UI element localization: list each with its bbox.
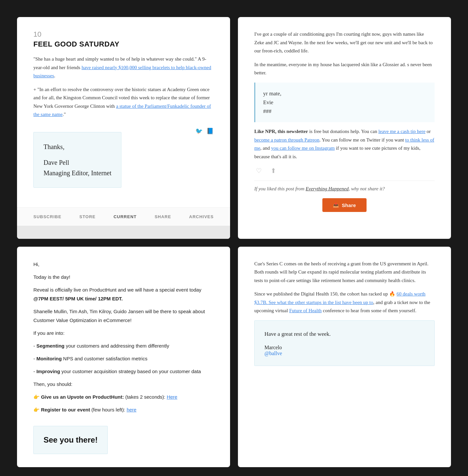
closing-signature: Marcelo @ballve	[264, 345, 424, 356]
share-button-container: 📤 Share	[254, 198, 435, 212]
bullet-3: - Improving your customer acquisition st…	[33, 367, 214, 376]
social-icons: 🐦 📘	[193, 124, 214, 135]
closing-text: Have a great rest of the week.	[264, 330, 424, 338]
facebook-icon[interactable]: 📘	[207, 127, 214, 135]
rb-para-1: Cue's Series C comes on the heels of rec…	[254, 260, 435, 285]
nav-store[interactable]: STORE	[79, 214, 96, 219]
register-link[interactable]: here	[127, 407, 136, 412]
quote-line-1: yr mate,	[263, 89, 427, 98]
share-icon-button[interactable]: ⬆	[269, 166, 278, 175]
share-cta-text: If you liked this post from Everything H…	[254, 186, 435, 192]
article-body-2: In the meantime, everyone in my house ha…	[254, 61, 435, 77]
bullet-2: - Monitoring NPS and customer satisfacti…	[33, 354, 214, 363]
bottom-bar	[17, 226, 230, 239]
top-left-panel: 10 FEEL GOOD SATURDAY "She has a huge he…	[17, 17, 230, 239]
speakers-line: Shanelle Mullin, Tim Ash, Tim Kilroy, Gu…	[33, 307, 214, 325]
nav-subscribe[interactable]: SUBSCRIBE	[33, 214, 62, 219]
issue-title: FEEL GOOD SATURDAY	[33, 40, 214, 48]
tip-link[interactable]: leave me a cash tip here	[378, 129, 425, 134]
signature-name: Dave Pell	[44, 157, 111, 168]
share-button[interactable]: 📤 Share	[322, 198, 367, 212]
quote-line-2: Evie	[263, 98, 427, 107]
closing-box: Have a great rest of the week. Marcelo @…	[254, 320, 435, 366]
reaction-row: ♡ ⬆	[254, 166, 435, 175]
article-paragraph-2: + "In an effort to resolve the controver…	[33, 86, 214, 119]
rb-para-2: Since we published the Digital Health 15…	[254, 290, 435, 315]
instagram-link[interactable]: you can follow me on Instagram	[271, 145, 335, 151]
signature-title: Managing Editor, Internet	[44, 168, 111, 178]
patreon-link[interactable]: become a patron through Patreon	[254, 137, 319, 143]
article-paragraph-1: "She has a huge heart and simply wanted …	[33, 55, 214, 80]
bullet-1: - Segmenting your customers and addressi…	[33, 341, 214, 350]
nav-archives[interactable]: ARCHIVES	[189, 214, 214, 219]
today-line: Today is the day!	[33, 273, 214, 281]
bottom-left-panel: Hi, Today is the day! Reveal is official…	[17, 247, 230, 467]
share-icon: 📤	[333, 202, 339, 208]
then-line: Then, you should:	[33, 380, 214, 389]
issue-number: 10	[33, 30, 214, 39]
everything-happened-link[interactable]: Everything Happened	[306, 186, 349, 191]
nav-current[interactable]: CURRENT	[114, 214, 137, 219]
heart-button[interactable]: ♡	[254, 166, 263, 175]
bottom-right-panel: Cue's Series C comes on the heels of rec…	[238, 247, 451, 467]
nav-bar: SUBSCRIBE STORE CURRENT SHARE ARCHIVES	[17, 207, 230, 226]
reveal-line: Reveal is officially live on ProductHunt…	[33, 285, 214, 303]
closing-handle[interactable]: @ballve	[264, 351, 424, 356]
quote-box: yr mate, Evie ###	[254, 83, 435, 123]
divider	[254, 181, 435, 181]
email-hi: Hi,	[33, 260, 214, 269]
signature-box: Thanks, Dave Pell Managing Editor, Inter…	[33, 132, 121, 188]
top-right-panel: I've got a couple of air conditioning gu…	[238, 17, 451, 239]
closing-name: Marcelo	[264, 345, 424, 351]
quote-line-3: ###	[263, 107, 427, 116]
bold-text-1: Like NPR, this newsletter	[254, 129, 308, 134]
see-you-box: See you there!	[33, 426, 108, 454]
article-body-3: Like NPR, this newsletter is free but do…	[254, 127, 435, 161]
see-you-text: See you there!	[44, 435, 98, 445]
register-line: 👉 Register to our event (few hours left)…	[33, 405, 214, 414]
nav-share[interactable]: SHARE	[154, 214, 171, 219]
future-health-link[interactable]: Future of Health	[289, 308, 322, 313]
signature-thanks: Thanks,	[44, 142, 111, 152]
upvote-link[interactable]: Here	[167, 394, 177, 400]
upvote-line: 👉 Give us an Upvote on ProductHunt: (tak…	[33, 392, 214, 401]
article-body-1: I've got a couple of air conditioning gu…	[254, 30, 435, 55]
into-line: If you are into:	[33, 329, 214, 337]
twitter-icon[interactable]: 🐦	[195, 127, 203, 135]
